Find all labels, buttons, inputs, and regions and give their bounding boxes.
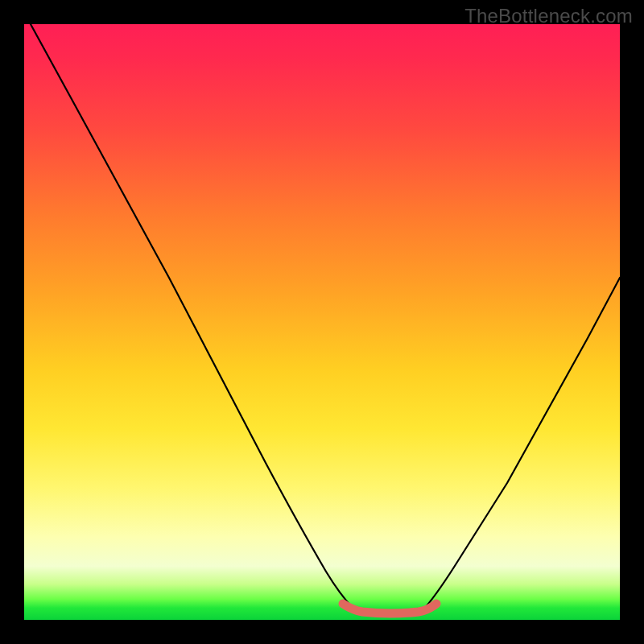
watermark-text: TheBottleneck.com [464,5,633,27]
valley-highlight [343,604,436,613]
chart-stage: TheBottleneck.com [0,0,644,644]
plot-area [24,24,620,620]
main-curve [31,24,620,613]
curve-layer [24,24,620,620]
